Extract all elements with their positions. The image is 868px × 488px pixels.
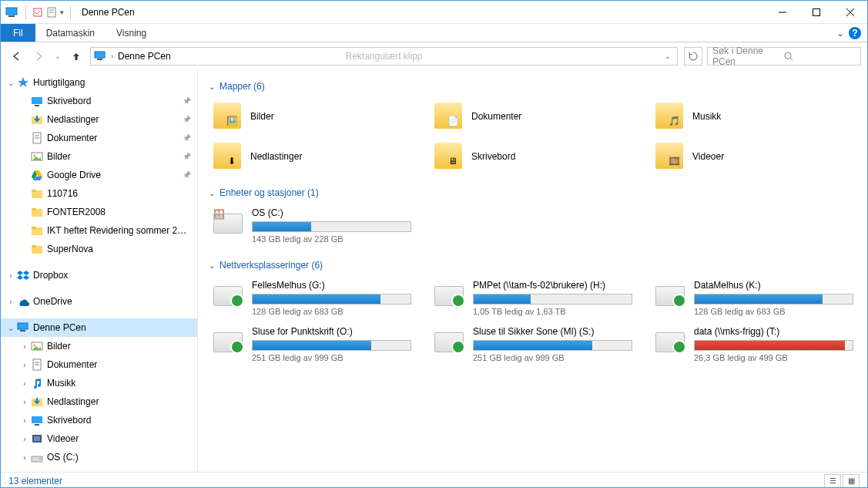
pc-icon [16, 321, 30, 335]
nav-tree[interactable]: ⌄HurtigtilgangSkrivebord📌Nedlastinger📌Do… [1, 70, 198, 472]
folder-item[interactable]: 🎵Musikk [651, 98, 856, 135]
chevron-down-icon: ⌄ [209, 189, 215, 197]
search-input[interactable]: Søk i Denne PCen [707, 47, 861, 66]
drive-item[interactable]: Sluse for Punktskrift (O:) 251 GB ledig … [209, 323, 414, 366]
chevron-right-icon[interactable]: › [5, 271, 16, 280]
svg-rect-41 [34, 436, 40, 441]
drive-item[interactable]: DataMelhus (K:) 128 GB ledig av 683 GB [651, 277, 856, 320]
address-dropdown-icon[interactable]: ⌄ [662, 52, 674, 60]
refresh-button[interactable] [684, 47, 702, 66]
details-view-button[interactable]: ☰ [824, 474, 841, 488]
nav-item[interactable]: ›OneDrive [1, 292, 197, 311]
chevron-right-icon[interactable]: › [19, 342, 30, 351]
folder-icon [30, 242, 44, 256]
folder-icon: 🖼️ [212, 101, 243, 132]
chevron-right-icon[interactable]: › [19, 416, 30, 425]
nav-item[interactable]: ›Dropbox [1, 266, 197, 284]
drive-item[interactable]: data (\\mks-frigg) (T:) 26,3 GB ledig av… [651, 323, 856, 366]
nav-item[interactable]: Bilder📌 [1, 147, 197, 166]
minimize-button[interactable] [766, 1, 799, 24]
chevron-down-icon: ⌄ [209, 82, 215, 91]
forward-button[interactable] [30, 47, 49, 66]
drive-capacity-bar [252, 294, 411, 305]
recent-dropdown[interactable]: ⌄ [53, 47, 62, 66]
nav-item-label: Videoer [47, 433, 191, 444]
properties-icon[interactable] [32, 7, 43, 18]
nav-item[interactable]: Skrivebord📌 [1, 92, 197, 110]
folder-item[interactable]: 🖼️Bilder [209, 98, 414, 135]
tab-datamaskin[interactable]: Datamaskin [35, 24, 106, 42]
nav-item-label: Bilder [47, 151, 183, 162]
nav-item-label: Nedlastinger [47, 396, 191, 407]
chevron-right-icon[interactable]: › [19, 435, 30, 443]
nav-item-label: Musikk [47, 378, 191, 389]
nav-item[interactable]: ›Skrivebord [1, 411, 197, 429]
up-button[interactable] [67, 47, 85, 66]
breadcrumb[interactable]: Denne PCen [118, 51, 171, 62]
drive-item[interactable]: PMPet (\\tam-fs-02\brukere) (H:) 1,05 TB… [430, 277, 635, 320]
network-drive-icon [433, 280, 465, 308]
folder-item[interactable]: 🖥Skrivebord [430, 138, 635, 175]
nav-item[interactable]: ›Dokumenter [1, 355, 197, 374]
nav-item[interactable]: SuperNova [1, 240, 197, 258]
nav-item[interactable]: ›Bilder [1, 337, 197, 355]
network-drive-icon [654, 326, 686, 354]
group-network[interactable]: ⌄Nettverksplasseringer (6) [209, 260, 856, 271]
svg-rect-25 [32, 208, 36, 210]
svg-point-33 [34, 345, 36, 347]
drive-capacity-bar [252, 221, 411, 232]
nav-item[interactable]: FONTER2008 [1, 203, 197, 221]
folder-item[interactable]: 📄Dokumenter [430, 98, 635, 135]
nav-item[interactable]: Google Drive📌 [1, 166, 197, 184]
group-folders[interactable]: ⌄Mapper (6) [209, 81, 856, 92]
nav-item[interactable]: ›Videoer [1, 429, 197, 448]
back-button[interactable] [7, 47, 25, 66]
chevron-down-icon[interactable]: ⌄ [5, 324, 16, 332]
group-devices[interactable]: ⌄Enheter og stasjoner (1) [209, 187, 856, 198]
window-title: Denne PCen [74, 7, 766, 18]
svg-rect-42 [32, 456, 42, 462]
doc-icon [30, 131, 44, 145]
drive-item[interactable]: Sluse til Sikker Sone (MI) (S:) 251 GB l… [430, 323, 635, 366]
folder-item[interactable]: 🎞️Videoer [651, 138, 856, 175]
folder-icon [30, 187, 44, 200]
svg-rect-23 [32, 190, 36, 192]
address-bar[interactable]: › Denne PCen Rektangulært klipp ⌄ [90, 47, 678, 66]
nav-item-label: Google Drive [47, 170, 183, 180]
chevron-right-icon[interactable]: › [19, 361, 30, 369]
drive-icon [30, 450, 44, 464]
nav-item[interactable]: 110716 [1, 184, 197, 203]
ribbon-collapse-icon[interactable]: ⌄ [836, 28, 844, 39]
icons-view-button[interactable]: ▦ [843, 474, 860, 488]
drive-free-space: 26,3 GB ledig av 499 GB [694, 353, 853, 362]
nav-item[interactable]: ⌄Hurtigtilgang [1, 73, 197, 92]
nav-item[interactable]: ⌄Denne PCen [1, 318, 197, 337]
nav-item[interactable]: ›OS (C:) [1, 448, 197, 466]
nav-item[interactable]: IKT heftet Revidering sommer 2016 [1, 221, 197, 240]
qat-dropdown-icon[interactable]: ▾ [60, 8, 64, 16]
chevron-right-icon[interactable]: › [19, 453, 30, 462]
drive-item[interactable]: 🪟 OS (C:) 143 GB ledig av 228 GB [209, 204, 414, 247]
drive-label: PMPet (\\tam-fs-02\brukere) (H:) [473, 280, 632, 291]
close-button[interactable] [833, 1, 867, 24]
folder-item[interactable]: ⬇Nedlastinger [209, 138, 414, 175]
drive-item[interactable]: FellesMelhus (G:) 128 GB ledig av 683 GB [209, 277, 414, 320]
doc-icon [30, 358, 44, 372]
new-folder-icon[interactable] [46, 7, 57, 18]
nav-item[interactable]: Dokumenter📌 [1, 129, 197, 147]
nav-item[interactable]: Nedlastinger📌 [1, 110, 197, 129]
tab-file[interactable]: Fil [1, 24, 35, 42]
nav-item-label: Nedlastinger [47, 114, 183, 125]
chevron-down-icon[interactable]: ⌄ [5, 79, 16, 87]
chevron-right-icon[interactable]: › [19, 379, 30, 388]
chevron-right-icon[interactable]: › [5, 298, 16, 306]
drive-capacity-bar [694, 340, 853, 351]
help-icon[interactable]: ? [849, 27, 861, 39]
chevron-right-icon[interactable]: › [19, 398, 30, 406]
maximize-button[interactable] [799, 1, 833, 24]
nav-item[interactable]: ›Nedlastinger [1, 392, 197, 411]
desktop-icon [30, 413, 44, 427]
nav-item[interactable]: ›Musikk [1, 374, 197, 392]
tab-visning[interactable]: Visning [106, 24, 157, 42]
svg-rect-39 [35, 424, 39, 426]
